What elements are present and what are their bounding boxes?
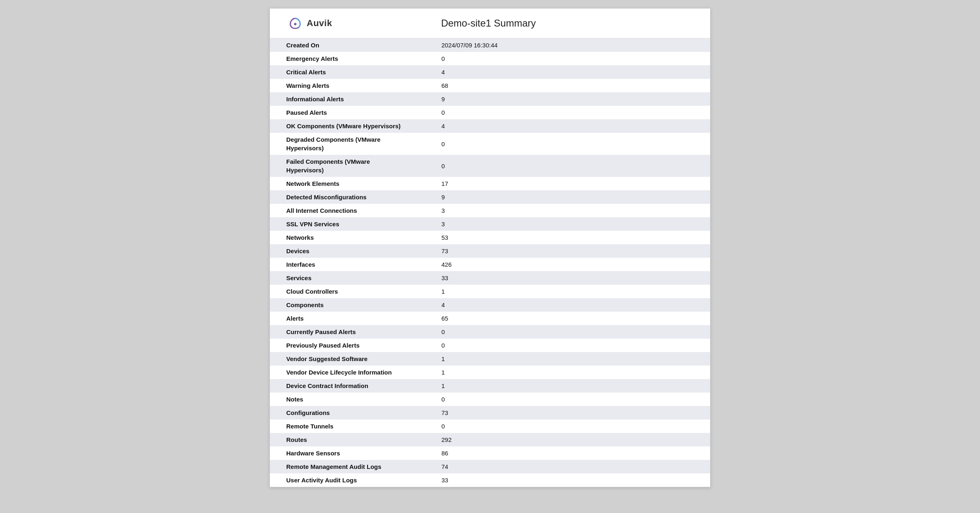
row-value: 292 [425, 433, 710, 446]
row-label: All Internet Connections [270, 204, 425, 217]
report-header: Auvik Demo-site1 Summary [270, 9, 710, 38]
table-row: Critical Alerts4 [270, 65, 710, 79]
row-label: Routes [270, 433, 425, 446]
row-label: User Activity Audit Logs [270, 473, 425, 487]
table-row: Interfaces426 [270, 258, 710, 271]
row-label: Failed Components (VMware Hypervisors) [270, 155, 425, 177]
row-label: Components [270, 298, 425, 312]
row-value: 74 [425, 460, 710, 473]
table-row: Components4 [270, 298, 710, 312]
logo-area: Auvik [286, 17, 332, 30]
table-row: Vendor Suggested Software1 [270, 352, 710, 366]
table-row: All Internet Connections3 [270, 204, 710, 217]
table-row: Failed Components (VMware Hypervisors)0 [270, 155, 710, 177]
row-label: Configurations [270, 406, 425, 419]
table-row: Network Elements17 [270, 177, 710, 190]
row-value: 1 [425, 379, 710, 393]
row-label: Device Contract Information [270, 379, 425, 393]
summary-table: Created On2024/07/09 16:30:44Emergency A… [270, 38, 710, 487]
row-value: 1 [425, 366, 710, 379]
table-row: Services33 [270, 271, 710, 285]
table-row: Informational Alerts9 [270, 92, 710, 106]
row-value: 0 [425, 133, 710, 155]
row-label: Vendor Device Lifecycle Information [270, 366, 425, 379]
row-value: 9 [425, 190, 710, 204]
row-label: Informational Alerts [270, 92, 425, 106]
table-row: Emergency Alerts0 [270, 52, 710, 65]
row-value: 1 [425, 285, 710, 298]
row-label: Networks [270, 231, 425, 244]
row-label: Network Elements [270, 177, 425, 190]
row-value: 426 [425, 258, 710, 271]
row-value: 3 [425, 204, 710, 217]
row-label: Warning Alerts [270, 79, 425, 92]
row-value: 4 [425, 65, 710, 79]
row-value: 53 [425, 231, 710, 244]
row-label: Hardware Sensors [270, 446, 425, 460]
auvik-logo-icon [286, 17, 304, 30]
row-value: 3 [425, 217, 710, 231]
table-row: Networks53 [270, 231, 710, 244]
table-row: Configurations73 [270, 406, 710, 419]
table-row: SSL VPN Services3 [270, 217, 710, 231]
row-label: Created On [270, 38, 425, 52]
row-label: SSL VPN Services [270, 217, 425, 231]
row-value: 0 [425, 325, 710, 339]
row-value: 33 [425, 271, 710, 285]
row-value: 0 [425, 419, 710, 433]
table-row: Created On2024/07/09 16:30:44 [270, 38, 710, 52]
table-row: Vendor Device Lifecycle Information1 [270, 366, 710, 379]
table-row: Remote Management Audit Logs74 [270, 460, 710, 473]
report-container: Auvik Demo-site1 Summary Created On2024/… [270, 8, 710, 487]
row-label: Cloud Controllers [270, 285, 425, 298]
table-row: Device Contract Information1 [270, 379, 710, 393]
row-label: Currently Paused Alerts [270, 325, 425, 339]
row-label: Interfaces [270, 258, 425, 271]
row-label: Services [270, 271, 425, 285]
report-title: Demo-site1 Summary [332, 18, 645, 29]
row-value: 1 [425, 352, 710, 366]
row-value: 17 [425, 177, 710, 190]
table-row: Notes0 [270, 393, 710, 406]
row-value: 65 [425, 312, 710, 325]
table-row: Devices73 [270, 244, 710, 258]
row-value: 9 [425, 92, 710, 106]
table-row: Detected Misconfigurations9 [270, 190, 710, 204]
table-row: User Activity Audit Logs33 [270, 473, 710, 487]
row-label: Alerts [270, 312, 425, 325]
row-value: 0 [425, 52, 710, 65]
row-value: 0 [425, 339, 710, 352]
table-row: Warning Alerts68 [270, 79, 710, 92]
table-row: Paused Alerts0 [270, 106, 710, 119]
row-value: 0 [425, 106, 710, 119]
row-label: Devices [270, 244, 425, 258]
table-row: Alerts65 [270, 312, 710, 325]
table-row: Previously Paused Alerts0 [270, 339, 710, 352]
row-label: OK Components (VMware Hypervisors) [270, 119, 425, 133]
row-value: 2024/07/09 16:30:44 [425, 38, 710, 52]
row-label: Remote Management Audit Logs [270, 460, 425, 473]
row-value: 73 [425, 244, 710, 258]
row-label: Vendor Suggested Software [270, 352, 425, 366]
table-row: Routes292 [270, 433, 710, 446]
row-label: Notes [270, 393, 425, 406]
row-label: Critical Alerts [270, 65, 425, 79]
row-label: Remote Tunnels [270, 419, 425, 433]
row-label: Previously Paused Alerts [270, 339, 425, 352]
row-value: 0 [425, 155, 710, 177]
row-value: 68 [425, 79, 710, 92]
row-label: Detected Misconfigurations [270, 190, 425, 204]
row-label: Emergency Alerts [270, 52, 425, 65]
row-value: 4 [425, 298, 710, 312]
logo-text: Auvik [307, 18, 332, 29]
table-row: Hardware Sensors86 [270, 446, 710, 460]
table-row: Remote Tunnels0 [270, 419, 710, 433]
row-label: Paused Alerts [270, 106, 425, 119]
svg-point-0 [294, 23, 296, 25]
table-row: Degraded Components (VMware Hypervisors)… [270, 133, 710, 155]
row-value: 33 [425, 473, 710, 487]
row-value: 73 [425, 406, 710, 419]
table-row: Currently Paused Alerts0 [270, 325, 710, 339]
row-value: 86 [425, 446, 710, 460]
row-value: 4 [425, 119, 710, 133]
